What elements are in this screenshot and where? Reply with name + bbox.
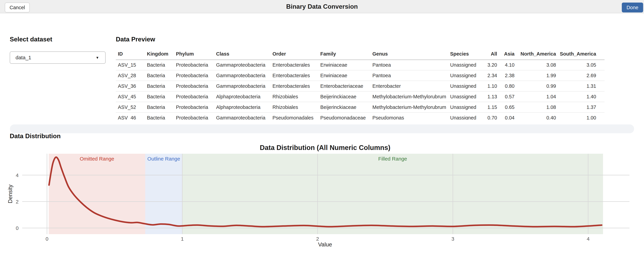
region-label: Omitted Range — [80, 156, 114, 161]
cell: 3.20 — [487, 60, 497, 70]
cell: Bacteria — [145, 60, 174, 70]
table-horizontal-scrollbar[interactable] — [10, 125, 634, 133]
top-bar: Cancel Binary Data Conversion Done — [0, 0, 644, 13]
cell: Gammaproteobacteria — [214, 60, 270, 70]
cell: Bacteria — [145, 91, 174, 102]
cell: 0.40 — [514, 113, 556, 120]
column-header: ID — [116, 49, 145, 60]
column-header: Kingdom — [145, 49, 174, 60]
cell: 2.38 — [497, 70, 514, 81]
column-header: Order — [270, 49, 318, 60]
cell: Bacteria — [145, 70, 174, 81]
cell: 1.04 — [514, 91, 556, 102]
cell: Methylobacterium-Methylorubrum — [370, 102, 448, 113]
cell: Methylobacterium-Methylorubrum — [370, 91, 448, 102]
cell: Unassigned — [448, 60, 487, 70]
cell: Bacteria — [145, 113, 174, 120]
region-label: Outline Range — [148, 156, 180, 161]
cell: Pantoea — [370, 70, 448, 81]
cell: 1.40 — [556, 91, 604, 102]
dataset-dropdown[interactable]: data_1 ▾ — [10, 51, 106, 64]
column-header: Family — [318, 49, 370, 60]
cell: Erwiniaceae — [318, 70, 370, 81]
column-header: South_America — [556, 49, 604, 60]
cell: 0.80 — [497, 81, 514, 91]
cell: Unassigned — [448, 70, 487, 81]
x-axis-label: Value — [318, 241, 332, 248]
cell: Alphaproteobacteria — [214, 102, 270, 113]
cell: 0.70 — [487, 113, 497, 120]
cell: Proteobacteria — [174, 60, 214, 70]
cell: 1.10 — [487, 81, 497, 91]
cell: ASV_15 — [116, 60, 145, 70]
cell: Enterobacterales — [270, 70, 318, 81]
column-header: Phylum — [174, 49, 214, 60]
column-header: Class — [214, 49, 270, 60]
x-tick-label: 3 — [452, 236, 454, 242]
chevron-down-icon: ▾ — [96, 55, 98, 60]
region-band — [145, 154, 182, 234]
cell: Beijerinckiaceae — [318, 91, 370, 102]
cell: 1.37 — [556, 102, 604, 113]
cell: Gammaproteobacteria — [214, 81, 270, 91]
cell: ASV_36 — [116, 81, 145, 91]
cell: Enterobacteriaceae — [318, 81, 370, 91]
cell: Unassigned — [448, 81, 487, 91]
table-row: ASV_15BacteriaProteobacteriaGammaproteob… — [116, 60, 604, 70]
cell: Proteobacteria — [174, 113, 214, 120]
column-header: Asia — [497, 49, 514, 60]
region-band — [182, 154, 603, 234]
cell: 1.00 — [556, 113, 604, 120]
cell: 2.69 — [556, 70, 604, 81]
cell: ASV_52 — [116, 102, 145, 113]
column-header: North_America — [514, 49, 556, 60]
cell: Bacteria — [145, 81, 174, 91]
column-header: Species — [448, 49, 487, 60]
cell: Pseudomonadales — [270, 113, 318, 120]
cell: 1.08 — [514, 102, 556, 113]
table-row: ASV_52BacteriaProteobacteriaAlphaproteob… — [116, 102, 604, 113]
column-header: Genus — [370, 49, 448, 60]
done-button[interactable]: Done — [622, 2, 643, 12]
cell: Enterobacterales — [270, 60, 318, 70]
cell: Alphaproteobacteria — [214, 91, 270, 102]
select-dataset-heading: Select dataset — [10, 36, 52, 43]
cell: 1.31 — [556, 81, 604, 91]
table-row: ASV_46BacteriaProteobacteriaGammaproteob… — [116, 113, 604, 120]
cell: 1.15 — [487, 102, 497, 113]
region-label: Filled Range — [378, 156, 407, 161]
cell: 2.34 — [487, 70, 497, 81]
cell: Pseudomonadaceae — [318, 113, 370, 120]
cell: Bacteria — [145, 102, 174, 113]
cell: Rhizobiales — [270, 91, 318, 102]
cell: Gammaproteobacteria — [214, 70, 270, 81]
cell: 3.05 — [556, 60, 604, 70]
x-tick-label: 1 — [181, 236, 184, 242]
cell: Proteobacteria — [174, 102, 214, 113]
cell: Erwiniaceae — [318, 60, 370, 70]
table-row: ASV_45BacteriaProteobacteriaAlphaproteob… — [116, 91, 604, 102]
data-preview-table-container: IDKingdomPhylumClassOrderFamilyGenusSpec… — [116, 49, 604, 120]
density-distribution-chart: Omitted RangeOutline RangeFilled RangeDa… — [8, 141, 636, 250]
y-axis-label: Density — [8, 184, 13, 203]
page-title: Binary Data Conversion — [0, 0, 644, 13]
cell: Rhizobiales — [270, 102, 318, 113]
cell: Gammaproteobacteria — [214, 113, 270, 120]
y-tick-label: 0 — [16, 225, 18, 231]
cell: 0.04 — [497, 113, 514, 120]
cell: ASV_45 — [116, 91, 145, 102]
cell: 0.99 — [514, 81, 556, 91]
y-tick-label: 4 — [16, 172, 18, 178]
cell: Pantoea — [370, 60, 448, 70]
cell: Unassigned — [448, 102, 487, 113]
cell: Pseudomonas — [370, 113, 448, 120]
x-tick-label: 0 — [46, 236, 48, 242]
column-header: All — [487, 49, 497, 60]
cell: ASV_46 — [116, 113, 145, 120]
cell: Proteobacteria — [174, 91, 214, 102]
x-tick-label: 2 — [316, 236, 319, 242]
cell: Unassigned — [448, 91, 487, 102]
cell: 0.65 — [497, 102, 514, 113]
cell: 4.10 — [497, 60, 514, 70]
y-tick-label: 2 — [16, 199, 18, 205]
